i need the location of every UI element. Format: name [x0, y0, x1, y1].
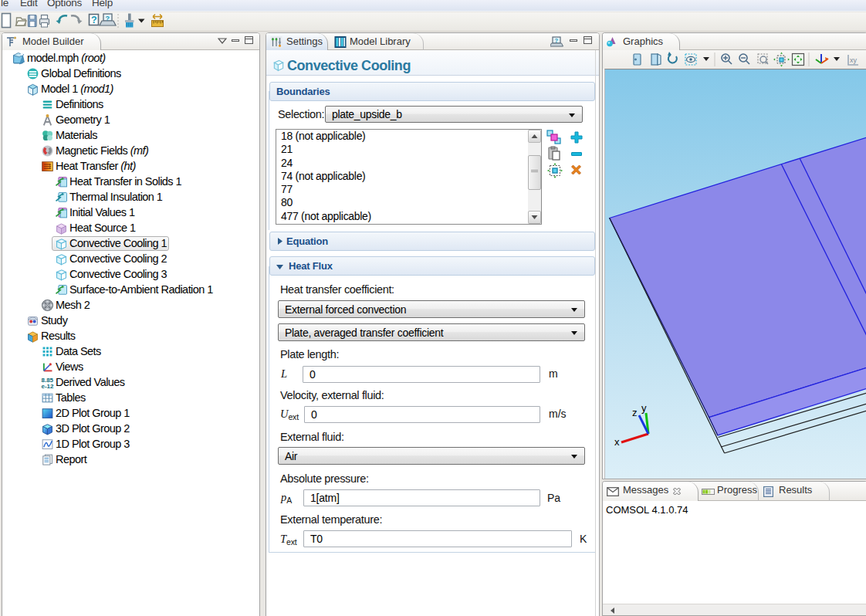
- svg-text:z: z: [632, 407, 638, 418]
- svg-text:e-12: e-12: [42, 383, 54, 389]
- svg-text:?: ?: [91, 15, 97, 25]
- svg-text:xy: xy: [850, 56, 858, 64]
- svg-text:y: y: [641, 402, 647, 414]
- svg-text:x: x: [614, 436, 620, 448]
